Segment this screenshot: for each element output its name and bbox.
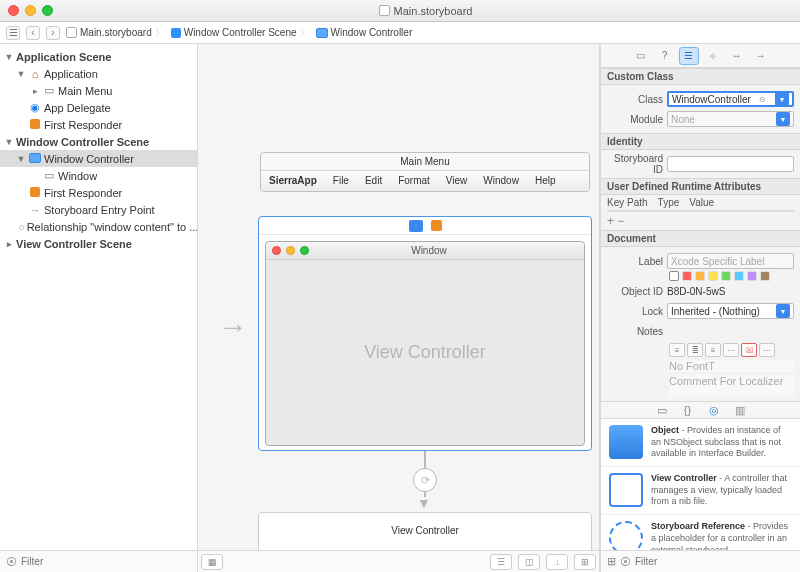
outline-main-menu[interactable]: ▸▭Main Menu bbox=[0, 82, 197, 99]
code-snippet-library-tab[interactable]: {} bbox=[679, 402, 697, 418]
canvas-layout-button-1[interactable]: ☰ bbox=[490, 554, 512, 570]
label-color-swatches[interactable] bbox=[607, 271, 794, 281]
menu-item-help[interactable]: Help bbox=[527, 171, 564, 191]
breadcrumb-bar: ☰ ‹ › Main.storyboard〉 Window Controller… bbox=[0, 22, 800, 44]
lib-item-object[interactable]: Object - Provides an instance of an NSOb… bbox=[601, 419, 800, 467]
storyboard-id-field[interactable] bbox=[667, 156, 794, 172]
menu-scene-title: Main Menu bbox=[261, 153, 589, 171]
menu-item-format[interactable]: Format bbox=[390, 171, 438, 191]
notes-comment-field[interactable]: Comment For Localizer bbox=[669, 375, 794, 397]
storyboard-id-label: Storyboard ID bbox=[607, 153, 663, 175]
align-right-button[interactable]: ≡ bbox=[705, 343, 721, 357]
menu-item-app[interactable]: SierraApp bbox=[261, 171, 325, 191]
nav-back-button[interactable]: ‹ bbox=[26, 26, 40, 40]
canvas-view-mode-button[interactable]: ▦ bbox=[201, 554, 223, 570]
window-controller-scene-icon[interactable] bbox=[409, 220, 423, 232]
notes-label: Notes bbox=[607, 326, 663, 337]
window-controller-scene[interactable]: Window View Controller bbox=[258, 216, 592, 451]
library-tab-bar: ▭ {} ◎ ▥ bbox=[601, 401, 800, 419]
lock-field[interactable]: Inherited - (Nothing)▾ bbox=[667, 303, 794, 319]
win-close-icon bbox=[272, 246, 281, 255]
close-button[interactable] bbox=[8, 5, 19, 16]
media-library-tab[interactable]: ▥ bbox=[731, 402, 749, 418]
file-template-library-tab[interactable]: ▭ bbox=[653, 402, 671, 418]
inspector-panel: ▭ ? ☰ ⟐ ↔ → Custom Class Class WindowCon… bbox=[600, 44, 800, 572]
outline-entry-point[interactable]: →Storyboard Entry Point bbox=[0, 201, 197, 218]
notes-clear-button[interactable]: ☒ bbox=[741, 343, 757, 357]
menu-item-window[interactable]: Window bbox=[475, 171, 527, 191]
attributes-inspector-tab[interactable]: ⟐ bbox=[703, 47, 723, 65]
outline-toggle-button[interactable]: ☰ bbox=[6, 26, 20, 40]
segue-handle[interactable]: ⟳ bbox=[413, 468, 437, 492]
object-library[interactable]: Object - Provides an instance of an NSOb… bbox=[601, 419, 800, 550]
outline-window[interactable]: ▭Window bbox=[0, 167, 197, 184]
canvas-layout-button-3[interactable]: ⟂ bbox=[546, 554, 568, 570]
inspector-tab-bar: ▭ ? ☰ ⟐ ↔ → bbox=[601, 44, 800, 68]
window-frame[interactable]: Window View Controller bbox=[265, 241, 585, 446]
crumb-scene[interactable]: Window Controller Scene〉 bbox=[171, 26, 310, 40]
udra-add-button[interactable]: + bbox=[607, 214, 614, 228]
lock-dropdown-icon[interactable]: ▾ bbox=[776, 304, 790, 318]
segue-arrowhead: ▼ bbox=[417, 495, 431, 511]
notes-more-button[interactable]: ⋯ bbox=[759, 343, 775, 357]
quickhelp-inspector-tab[interactable]: ? bbox=[655, 47, 675, 65]
outline-relationship[interactable]: ○Relationship "window content" to ... bbox=[0, 218, 197, 235]
menu-item-edit[interactable]: Edit bbox=[357, 171, 390, 191]
main-menu-scene[interactable]: Main Menu SierraApp File Edit Format Vie… bbox=[260, 152, 590, 192]
udra-remove-button[interactable]: − bbox=[617, 214, 624, 228]
align-center-button[interactable]: ≣ bbox=[687, 343, 703, 357]
outline-wc-scene[interactable]: ▼Window Controller Scene bbox=[0, 133, 197, 150]
outline-window-controller[interactable]: ▼Window Controller bbox=[0, 150, 197, 167]
class-field[interactable]: WindowController⊖▾ bbox=[667, 91, 794, 107]
object-library-tab[interactable]: ◎ bbox=[705, 402, 723, 418]
lib-item-storyboard-reference[interactable]: Storyboard Reference - Provides a placeh… bbox=[601, 515, 800, 550]
doc-label-field[interactable]: Xcode Specific Label bbox=[667, 253, 794, 269]
outline-app-delegate[interactable]: ◉App Delegate bbox=[0, 99, 197, 116]
zoom-button[interactable] bbox=[42, 5, 53, 16]
module-field[interactable]: None▾ bbox=[667, 111, 794, 127]
outline-filter-input[interactable] bbox=[21, 556, 191, 567]
lib-item-view-controller[interactable]: View Controller - A controller that mana… bbox=[601, 467, 800, 515]
outline-vc-scene[interactable]: ▸View Controller Scene bbox=[0, 235, 197, 252]
custom-class-header: Custom Class bbox=[601, 68, 800, 85]
file-inspector-tab[interactable]: ▭ bbox=[631, 47, 651, 65]
udra-columns: Key Path Type Value bbox=[601, 195, 800, 210]
identity-inspector-tab[interactable]: ☰ bbox=[679, 47, 699, 65]
menu-item-file[interactable]: File bbox=[325, 171, 357, 191]
outline-application[interactable]: ▼⌂Application bbox=[0, 65, 197, 82]
window-title-label: Window bbox=[314, 245, 544, 256]
storyboard-canvas[interactable]: Main Menu SierraApp File Edit Format Vie… bbox=[198, 44, 600, 572]
library-filter-input[interactable] bbox=[635, 556, 794, 567]
module-dropdown-icon[interactable]: ▾ bbox=[776, 112, 790, 126]
filter-icon: ⦿ bbox=[6, 556, 17, 568]
first-responder-scene-icon[interactable] bbox=[431, 220, 442, 231]
view-controller-icon bbox=[609, 473, 643, 507]
crumb-file[interactable]: Main.storyboard〉 bbox=[66, 26, 165, 40]
entry-point-arrow[interactable]: → bbox=[218, 310, 248, 344]
objectid-value: B8D-0N-5wS bbox=[667, 286, 725, 297]
first-responder-icon bbox=[28, 119, 42, 131]
doc-label-label: Label bbox=[607, 256, 663, 267]
storyboard-icon bbox=[66, 27, 77, 38]
application-icon: ⌂ bbox=[28, 68, 42, 80]
menu-item-view[interactable]: View bbox=[438, 171, 476, 191]
view-controller-scene[interactable]: View Controller bbox=[258, 512, 592, 552]
canvas-layout-button-2[interactable]: ◫ bbox=[518, 554, 540, 570]
outline-first-responder-2[interactable]: First Responder bbox=[0, 184, 197, 201]
crumb-controller[interactable]: Window Controller bbox=[316, 27, 413, 38]
notes-font-field[interactable]: No FontT bbox=[669, 360, 794, 372]
size-inspector-tab[interactable]: ↔ bbox=[727, 47, 747, 65]
class-dropdown-icon[interactable]: ▾ bbox=[775, 92, 789, 106]
minimize-button[interactable] bbox=[25, 5, 36, 16]
outline-first-responder-1[interactable]: First Responder bbox=[0, 116, 197, 133]
nav-forward-button[interactable]: › bbox=[46, 26, 60, 40]
library-grid-toggle[interactable]: ⊞ bbox=[607, 555, 616, 568]
align-justify-button[interactable]: ⋯ bbox=[723, 343, 739, 357]
canvas-layout-button-4[interactable]: ⊞ bbox=[574, 554, 596, 570]
window-content-placeholder: View Controller bbox=[266, 260, 584, 445]
first-responder-icon bbox=[28, 187, 42, 199]
connections-inspector-tab[interactable]: → bbox=[751, 47, 771, 65]
outline-app-scene[interactable]: ▼Application Scene bbox=[0, 48, 197, 65]
filter-icon: ⦿ bbox=[620, 556, 631, 568]
align-left-button[interactable]: ≡ bbox=[669, 343, 685, 357]
